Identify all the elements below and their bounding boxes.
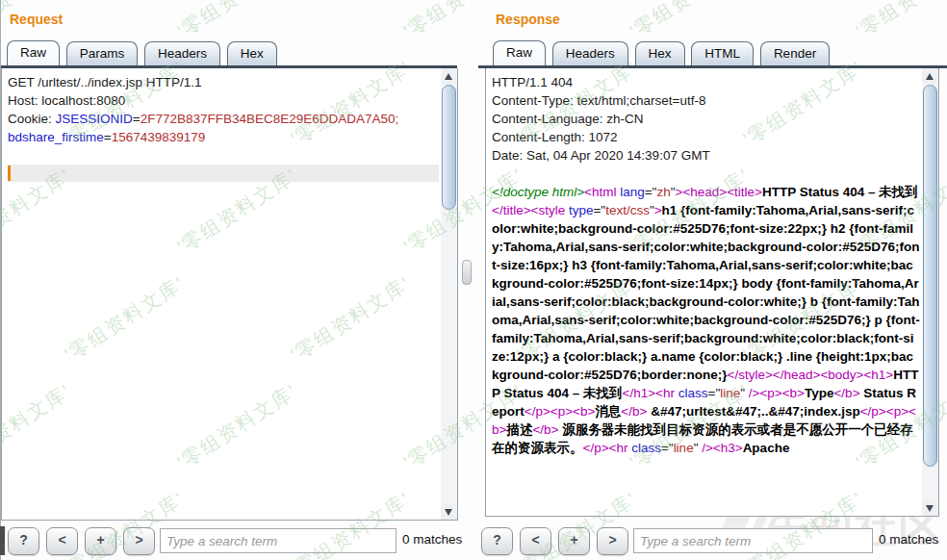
arrow-down-icon [445, 509, 452, 516]
request-search-help-button[interactable]: ? [8, 527, 39, 555]
response-tab-html[interactable]: HTML [691, 41, 754, 65]
request-blank-line [8, 146, 439, 165]
text-cursor [8, 165, 11, 181]
panel-splitter-handle[interactable] [462, 260, 472, 285]
request-search-add-button[interactable]: + [85, 527, 116, 555]
request-search-input[interactable] [160, 528, 397, 553]
response-scroll-up-button[interactable] [922, 68, 938, 84]
request-scrollbar[interactable] [441, 68, 457, 520]
response-headers-text: HTTP/1.1 404Content-Type: text/html;char… [492, 73, 920, 165]
response-panel-title: Response [496, 12, 560, 27]
arrow-down-icon [926, 505, 934, 512]
request-scroll-down-button[interactable] [441, 504, 457, 520]
response-tab-headers[interactable]: Headers [552, 41, 628, 65]
http-message-viewer: 先知社区 Request Raw Params Headers Hex GET … [0, 0, 947, 560]
response-search-next-button[interactable]: > [597, 527, 628, 555]
response-tab-render[interactable]: Render [760, 41, 830, 65]
request-search-next-button[interactable]: > [123, 527, 155, 555]
response-editor-text: HTTP/1.1 404Content-Type: text/html;char… [486, 68, 922, 516]
response-match-count: 0 matches [879, 532, 938, 547]
response-tab-raw[interactable]: Raw [493, 40, 546, 65]
window-left-border [0, 0, 1, 560]
response-search-help-button[interactable]: ? [481, 527, 513, 555]
response-tab-hex[interactable]: Hex [635, 41, 685, 65]
request-tab-headers[interactable]: Headers [144, 41, 220, 65]
response-blank-line [492, 165, 920, 183]
request-editor[interactable]: GET /urltest/../index.jsp HTTP/1.1Host: … [1, 68, 458, 521]
response-search-add-button[interactable]: + [558, 527, 590, 555]
watermark-tile: '零组资料文库' [625, 0, 755, 44]
request-tab-bar: Raw Params Headers Hex [7, 40, 280, 66]
request-editor-text: GET /urltest/../index.jsp HTTP/1.1Host: … [2, 68, 441, 520]
request-match-count: 0 matches [402, 532, 462, 547]
arrow-up-icon [926, 73, 934, 80]
response-tab-bar: Raw Headers Hex HTML Render [493, 40, 832, 66]
request-raw-text: GET /urltest/../index.jsp HTTP/1.1Host: … [8, 73, 439, 146]
watermark-tile: '零组资料文库' [851, 0, 947, 44]
response-scrollbar[interactable] [922, 68, 938, 516]
response-search-prev-button[interactable]: < [520, 527, 551, 555]
request-search-prev-button[interactable]: < [46, 527, 78, 555]
watermark-tile: '零组资料文库' [172, 0, 302, 44]
request-scrollbar-thumb[interactable] [442, 85, 456, 210]
response-body-text: <!doctype html><html lang="zh"><head><ti… [492, 183, 920, 457]
request-tab-hex[interactable]: Hex [227, 41, 277, 65]
response-scrollbar-thumb[interactable] [923, 85, 937, 467]
arrow-up-icon [445, 73, 452, 80]
request-cursor-line [8, 165, 439, 182]
response-editor[interactable]: HTTP/1.1 404Content-Type: text/html;char… [485, 68, 939, 517]
request-panel-title: Request [10, 12, 63, 27]
request-tab-params[interactable]: Params [66, 41, 139, 65]
window-corner-block [0, 526, 5, 555]
request-scroll-up-button[interactable] [441, 68, 457, 84]
request-tab-raw[interactable]: Raw [7, 40, 60, 65]
response-search-input[interactable] [633, 528, 873, 553]
response-scroll-down-button[interactable] [922, 500, 938, 516]
